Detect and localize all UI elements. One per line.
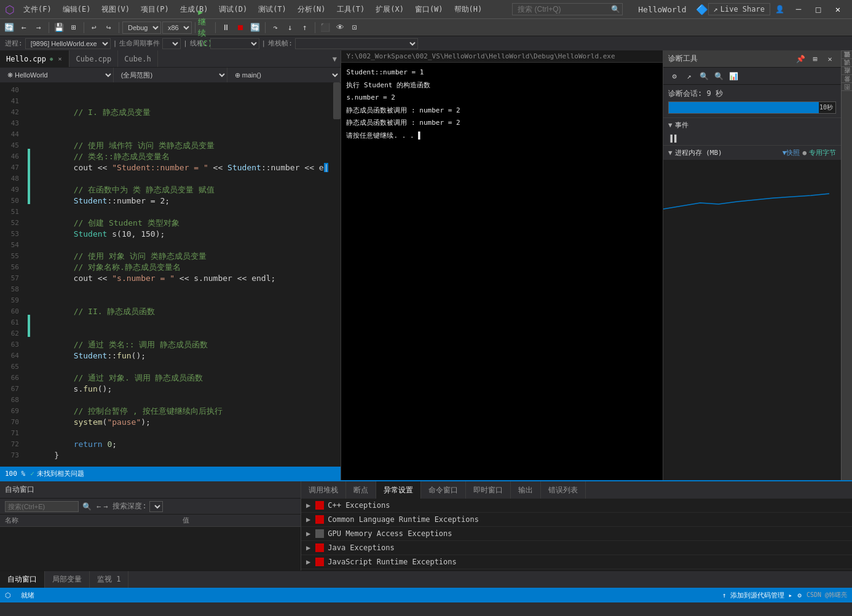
- settings-icon[interactable]: ⚙: [797, 591, 802, 599]
- menu-project[interactable]: 项目(P): [136, 3, 174, 16]
- platform-dropdown[interactable]: x86: [162, 22, 192, 34]
- menu-window[interactable]: 窗口(W): [410, 3, 448, 16]
- auto-window-content[interactable]: [0, 527, 301, 571]
- memory-expand[interactable]: ▼: [668, 149, 673, 157]
- auto-search-input[interactable]: [5, 501, 79, 512]
- tab-output[interactable]: 输出: [511, 481, 541, 499]
- tab-hello-cpp-close[interactable]: ✕: [57, 55, 63, 63]
- menu-extensions[interactable]: 扩展(X): [371, 3, 409, 16]
- events-expand[interactable]: ▼: [668, 121, 673, 129]
- editor-scrollbar[interactable]: [333, 82, 341, 467]
- process-dropdown[interactable]: [9896] HelloWorld.exe: [25, 38, 111, 49]
- side-tab-3[interactable]: 调试: [842, 66, 852, 74]
- tab-cube-cpp[interactable]: Cube.cpp: [69, 50, 118, 67]
- event-play-button[interactable]: ▐▐: [668, 135, 676, 143]
- scope-member-dropdown[interactable]: ⊕ main(): [227, 68, 341, 82]
- diag-zoom-in2-icon[interactable]: 🔍: [712, 70, 725, 82]
- diag-export-icon[interactable]: ↗: [683, 70, 695, 82]
- tab-locals[interactable]: 局部变量: [45, 571, 90, 588]
- redo-button[interactable]: ↪: [102, 21, 116, 34]
- tab-auto[interactable]: 自动窗口: [0, 571, 45, 588]
- exception-expand-5[interactable]: ▶: [306, 558, 310, 566]
- side-tab-4[interactable]: 断点: [842, 74, 852, 82]
- menu-debug[interactable]: 调试(D): [214, 3, 252, 16]
- console-content[interactable]: Student::number = 1 执行 Student 的构造函数 s.n…: [341, 63, 663, 480]
- lifecycle-dropdown[interactable]: [162, 38, 181, 49]
- debug-config-dropdown[interactable]: Debug: [122, 22, 161, 34]
- private-bytes-option[interactable]: 专用字节: [809, 148, 836, 157]
- diag-float-button[interactable]: ⊞: [809, 53, 821, 65]
- menu-test[interactable]: 测试(T): [253, 3, 291, 16]
- stack-dropdown[interactable]: [295, 38, 418, 49]
- scope-context-dropdown[interactable]: (全局范围): [114, 68, 227, 82]
- breakpoint-button[interactable]: ⬛: [318, 21, 332, 34]
- menu-tools[interactable]: 工具(T): [332, 3, 370, 16]
- exception-item-3[interactable]: ▶ GPU Memory Access Exceptions: [301, 527, 852, 541]
- thread-dropdown[interactable]: [210, 38, 259, 49]
- side-tab-2[interactable]: 调试位置: [842, 58, 852, 66]
- diag-zoom-in-icon[interactable]: 🔍: [698, 70, 710, 82]
- exception-expand-2[interactable]: ▶: [306, 515, 310, 524]
- menu-view[interactable]: 视图(V): [97, 3, 135, 16]
- menu-help[interactable]: 帮助(H): [449, 3, 487, 16]
- save-all-button[interactable]: ⊞: [67, 21, 81, 34]
- auto-depth-dropdown[interactable]: [149, 501, 163, 512]
- new-file-button[interactable]: 🔄: [2, 21, 16, 34]
- maximize-button[interactable]: □: [809, 2, 827, 17]
- menu-file[interactable]: 文件(F): [18, 3, 57, 16]
- fwd-button[interactable]: →: [32, 21, 45, 34]
- diag-settings-icon[interactable]: ⚙: [668, 70, 680, 82]
- menu-edit[interactable]: 编辑(E): [58, 3, 96, 16]
- source-control-button[interactable]: ↑ 添加到源代码管理 ▸: [722, 591, 793, 600]
- tab-errors[interactable]: 错误列表: [541, 481, 586, 499]
- exception-item-5[interactable]: ▶ JavaScript Runtime Exceptions: [301, 555, 852, 569]
- account-icon[interactable]: 👤: [775, 5, 784, 14]
- diag-close-button[interactable]: ✕: [824, 53, 836, 65]
- exception-expand-3[interactable]: ▶: [306, 529, 310, 538]
- tab-cube-h[interactable]: Cube.h: [118, 50, 157, 67]
- restart-button[interactable]: 🔄: [248, 21, 262, 34]
- tab-expand-button[interactable]: ▼: [328, 50, 341, 67]
- scrollbar-thumb[interactable]: [333, 82, 341, 119]
- stop-button[interactable]: ⏹: [234, 21, 247, 34]
- zoom-control[interactable]: 100 %: [5, 470, 25, 478]
- step-over[interactable]: ↷: [269, 21, 282, 34]
- tab-exceptions[interactable]: 异常设置: [376, 481, 421, 499]
- tab-hello-cpp[interactable]: Hello.cpp ⊕ ✕: [0, 50, 69, 67]
- live-share-button[interactable]: ↗ Live Share: [708, 3, 770, 15]
- autos-button[interactable]: ⊡: [348, 21, 361, 34]
- step-into[interactable]: ↓: [283, 21, 297, 34]
- snapshot-button[interactable]: ▼快照: [783, 148, 800, 157]
- back-button[interactable]: ←: [17, 21, 31, 34]
- pause-button[interactable]: ⏸: [219, 21, 232, 34]
- side-tab-5[interactable]: 异常: [842, 82, 852, 90]
- tab-command[interactable]: 命令窗口: [421, 481, 466, 499]
- exception-expand-4[interactable]: ▶: [306, 543, 310, 552]
- auto-prev-button[interactable]: ←: [97, 502, 101, 511]
- side-tab-6[interactable]: 图: [842, 90, 852, 98]
- exception-item-2[interactable]: ▶ Common Language Runtime Exceptions: [301, 513, 852, 527]
- tab-watch1[interactable]: 监视 1: [90, 571, 128, 588]
- code-content[interactable]: // I. 静态成员变量 // 使用 域作符 访问 类静态成员变量 // 类名:…: [30, 82, 333, 467]
- minimize-button[interactable]: ─: [789, 2, 808, 17]
- tab-immediate[interactable]: 即时窗口: [466, 481, 511, 499]
- step-out[interactable]: ↑: [298, 21, 312, 34]
- menu-analyze[interactable]: 分析(N): [293, 3, 331, 16]
- search-input[interactable]: [512, 3, 623, 15]
- tab-callstack[interactable]: 调用堆栈: [301, 481, 346, 499]
- code-line-44: [35, 129, 328, 140]
- exception-expand-1[interactable]: ▶: [306, 501, 310, 510]
- watch-button[interactable]: 👁: [333, 21, 347, 34]
- tab-breakpoints[interactable]: 断点: [346, 481, 376, 499]
- side-tab-1[interactable]: 诊断工具选项: [842, 50, 852, 58]
- auto-next-button[interactable]: →: [103, 502, 108, 511]
- exception-item-1[interactable]: ▶ C++ Exceptions: [301, 499, 852, 513]
- continue-button[interactable]: ▶ 继续(C): [199, 21, 212, 34]
- scope-project-dropdown[interactable]: ❋ HelloWorld: [0, 68, 114, 82]
- exception-item-4[interactable]: ▶ Java Exceptions: [301, 541, 852, 555]
- undo-button[interactable]: ↩: [87, 21, 101, 34]
- diag-chart-icon[interactable]: 📊: [727, 70, 740, 82]
- diag-pin-button[interactable]: 📌: [794, 53, 807, 65]
- save-button[interactable]: 💾: [52, 21, 66, 34]
- close-button[interactable]: ✕: [829, 2, 847, 17]
